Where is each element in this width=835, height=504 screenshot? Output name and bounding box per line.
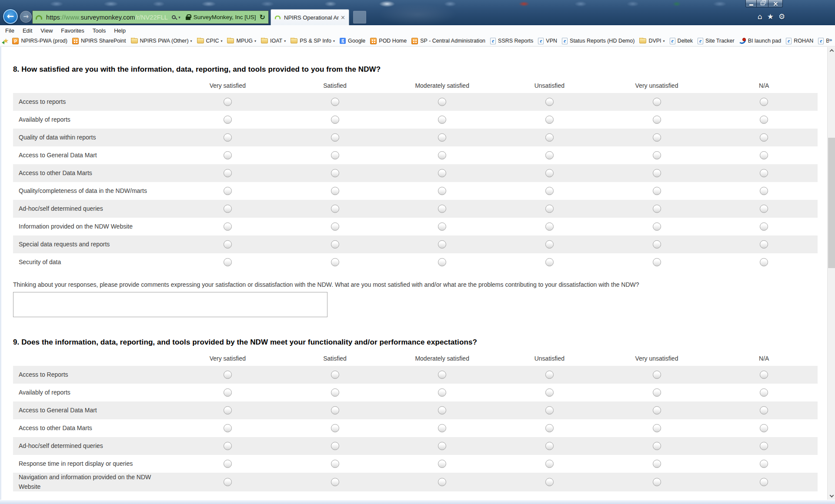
favorite-ioat[interactable]: IOAT▾ [261,38,286,44]
radio-q9-access-to-general-data-mart-unsatisfied[interactable] [545,406,554,414]
tab-close-icon[interactable]: ✕ [341,15,345,20]
comment-textarea[interactable] [13,292,327,317]
favorite-ps-sp-info[interactable]: PS & SP Info▾ [291,38,335,44]
radio-q9-availably-of-reports-very-unsatisfied[interactable] [653,388,661,397]
radio-q8-access-to-reports-very-satisfied[interactable] [224,98,232,106]
home-icon[interactable]: ⌂ [758,12,762,21]
radio-q8-security-of-data-very-unsatisfied[interactable] [653,258,661,266]
radio-q9-access-to-reports-n-a[interactable] [760,371,768,379]
radio-q8-access-to-reports-satisfied[interactable] [331,98,339,106]
radio-q8-security-of-data-very-satisfied[interactable] [224,258,232,266]
radio-q9-availably-of-reports-unsatisfied[interactable] [545,388,554,397]
radio-q8-special-data-requests-and-reports-very-unsatisfied[interactable] [653,240,661,249]
radio-q9-ad-hoc-self-determined-queries-satisfied[interactable] [331,442,339,450]
radio-q8-special-data-requests-and-reports-very-satisfied[interactable] [224,240,232,249]
favorite-vpn[interactable]: VPN [538,38,557,44]
radio-q8-quality-of-data-within-reports-moderately-satisfied[interactable] [438,133,446,142]
add-favorite-icon[interactable]: ★ [3,38,9,44]
radio-q8-quality-completeness-of-data-in-the-ndw-marts-satisfied[interactable] [331,187,339,195]
radio-q9-response-time-in-report-display-or-queries-very-satisfied[interactable] [224,460,232,468]
radio-q9-navigation-and-information-provided-on-the-ndw-website-satisfied[interactable] [331,478,339,486]
radio-q8-access-to-reports-very-unsatisfied[interactable] [653,98,661,106]
radio-q8-quality-completeness-of-data-in-the-ndw-marts-n-a[interactable] [760,187,768,195]
close-button[interactable] [768,0,783,7]
radio-q9-access-to-other-data-marts-moderately-satisfied[interactable] [438,424,446,432]
restore-button[interactable] [757,0,768,7]
radio-q9-access-to-reports-unsatisfied[interactable] [545,371,554,379]
menu-item-favorites[interactable]: Favorites [61,27,84,34]
radio-q8-access-to-general-data-mart-very-unsatisfied[interactable] [653,151,661,159]
gear-icon[interactable]: ⚙ [778,12,785,21]
favorite-status-reports-hd-demo[interactable]: Status Reports (HD Demo) [562,38,635,44]
address-bar[interactable]: https://www.surveymonkey.com/r/NV22FLL ▾… [32,10,269,24]
radio-q9-ad-hoc-self-determined-queries-very-satisfied[interactable] [224,442,232,450]
favorite-npirs-pwa-prod[interactable]: NPIRS-PWA (prod) [12,38,67,44]
radio-q8-availably-of-reports-n-a[interactable] [760,116,768,124]
radio-q8-availably-of-reports-very-unsatisfied[interactable] [653,116,661,124]
scroll-up-button[interactable] [828,47,835,54]
radio-q9-availably-of-reports-moderately-satisfied[interactable] [438,388,446,397]
refresh-button[interactable]: ↻ [260,14,265,21]
favorite-mpug[interactable]: MPUG▾ [227,38,256,44]
radio-q8-access-to-general-data-mart-very-satisfied[interactable] [224,151,232,159]
radio-q9-access-to-other-data-marts-very-satisfied[interactable] [224,424,232,432]
radio-q9-access-to-general-data-mart-n-a[interactable] [760,406,768,414]
radio-q8-quality-of-data-within-reports-n-a[interactable] [760,133,768,142]
radio-q8-security-of-data-n-a[interactable] [760,258,768,266]
radio-q9-access-to-general-data-mart-very-unsatisfied[interactable] [653,406,661,414]
favorite-google[interactable]: Google [340,38,365,44]
menu-item-file[interactable]: File [5,27,14,34]
radio-q9-response-time-in-report-display-or-queries-satisfied[interactable] [331,460,339,468]
radio-q8-access-to-general-data-mart-moderately-satisfied[interactable] [438,151,446,159]
radio-q8-ad-hoc-self-determined-queries-moderately-satisfied[interactable] [438,205,446,213]
radio-q9-ad-hoc-self-determined-queries-very-unsatisfied[interactable] [653,442,661,450]
radio-q8-information-provided-on-the-ndw-website-satisfied[interactable] [331,222,339,231]
favorite-site-tracker[interactable]: Site Tracker [698,38,735,44]
radio-q8-quality-completeness-of-data-in-the-ndw-marts-unsatisfied[interactable] [545,187,554,195]
radio-q9-navigation-and-information-provided-on-the-ndw-website-unsatisfied[interactable] [545,478,554,486]
radio-q9-response-time-in-report-display-or-queries-unsatisfied[interactable] [545,460,554,468]
radio-q8-information-provided-on-the-ndw-website-very-unsatisfied[interactable] [653,222,661,231]
scroll-down-button[interactable] [828,492,835,500]
favorite-dvpi[interactable]: DVPI▾ [639,38,665,44]
radio-q8-ad-hoc-self-determined-queries-satisfied[interactable] [331,205,339,213]
menu-item-edit[interactable]: Edit [23,27,32,34]
radio-q8-quality-completeness-of-data-in-the-ndw-marts-moderately-satisfied[interactable] [438,187,446,195]
radio-q8-availably-of-reports-unsatisfied[interactable] [545,116,554,124]
radio-q8-access-to-reports-moderately-satisfied[interactable] [438,98,446,106]
radio-q8-information-provided-on-the-ndw-website-very-satisfied[interactable] [224,222,232,231]
radio-q9-ad-hoc-self-determined-queries-n-a[interactable] [760,442,768,450]
favorite-bi-launch-pad[interactable]: BI launch pad [739,38,781,44]
radio-q8-access-to-reports-unsatisfied[interactable] [545,98,554,106]
radio-q8-access-to-general-data-mart-satisfied[interactable] [331,151,339,159]
radio-q9-navigation-and-information-provided-on-the-ndw-website-moderately-satisfied[interactable] [438,478,446,486]
radio-q8-special-data-requests-and-reports-unsatisfied[interactable] [545,240,554,249]
radio-q9-access-to-other-data-marts-n-a[interactable] [760,424,768,432]
radio-q9-availably-of-reports-very-satisfied[interactable] [224,388,232,397]
tab-npirs-operational-analysis[interactable]: NPIRS Operational Analysis ... ✕ [271,9,349,25]
radio-q9-access-to-reports-very-satisfied[interactable] [224,371,232,379]
radio-q8-quality-of-data-within-reports-unsatisfied[interactable] [545,133,554,142]
radio-q9-access-to-other-data-marts-satisfied[interactable] [331,424,339,432]
radio-q9-access-to-reports-moderately-satisfied[interactable] [438,371,446,379]
favorite-basecamp[interactable]: Basecamp [818,38,828,44]
radio-q8-special-data-requests-and-reports-n-a[interactable] [760,240,768,249]
radio-q8-information-provided-on-the-ndw-website-unsatisfied[interactable] [545,222,554,231]
radio-q8-availably-of-reports-moderately-satisfied[interactable] [438,116,446,124]
radio-q9-navigation-and-information-provided-on-the-ndw-website-very-satisfied[interactable] [224,478,232,486]
radio-q8-ad-hoc-self-determined-queries-very-satisfied[interactable] [224,205,232,213]
radio-q9-access-to-general-data-mart-moderately-satisfied[interactable] [438,406,446,414]
radio-q8-access-to-other-data-marts-unsatisfied[interactable] [545,169,554,177]
radio-q9-access-to-general-data-mart-satisfied[interactable] [331,406,339,414]
radio-q8-availably-of-reports-very-satisfied[interactable] [224,116,232,124]
radio-q9-response-time-in-report-display-or-queries-n-a[interactable] [760,460,768,468]
search-dropdown-caret-icon[interactable]: ▾ [178,15,180,20]
radio-q9-access-to-reports-satisfied[interactable] [331,371,339,379]
radio-q8-special-data-requests-and-reports-satisfied[interactable] [331,240,339,249]
radio-q9-response-time-in-report-display-or-queries-moderately-satisfied[interactable] [438,460,446,468]
radio-q8-access-to-general-data-mart-n-a[interactable] [760,151,768,159]
radio-q8-access-to-general-data-mart-unsatisfied[interactable] [545,151,554,159]
certificate-badge[interactable]: SurveyMonkey, Inc [US] [194,14,256,20]
radio-q9-availably-of-reports-satisfied[interactable] [331,388,339,397]
menu-item-help[interactable]: Help [114,27,126,34]
